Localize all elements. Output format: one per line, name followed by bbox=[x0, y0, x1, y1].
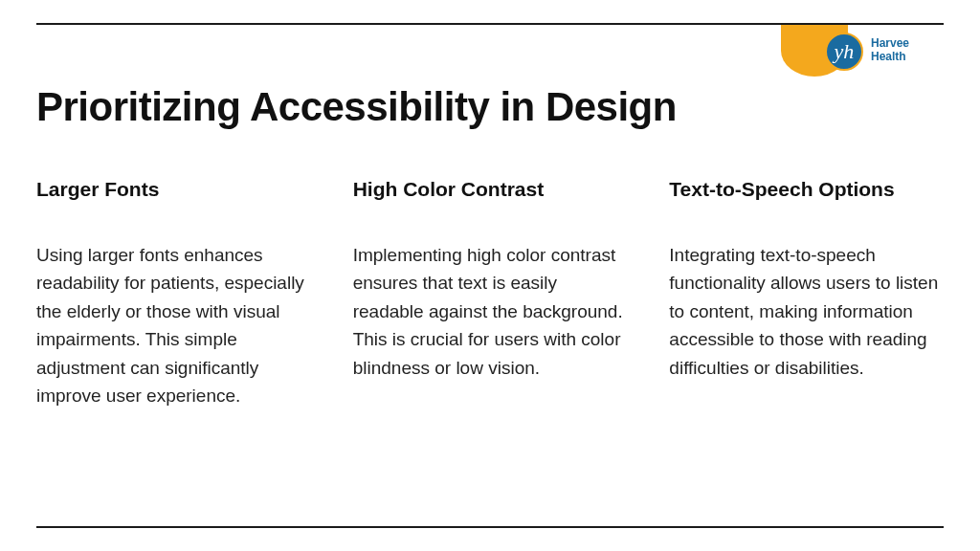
page-title: Prioritizing Accessibility in Design bbox=[36, 84, 677, 130]
column-text-to-speech: Text-to-Speech Options Integrating text-… bbox=[669, 178, 959, 410]
column-high-contrast: High Color Contrast Implementing high co… bbox=[353, 178, 643, 410]
column-larger-fonts: Larger Fonts Using larger fonts enhances… bbox=[36, 178, 326, 410]
column-body: Implementing high color contrast ensures… bbox=[353, 241, 631, 382]
logo-text: Harvee Health bbox=[871, 37, 909, 64]
columns-container: Larger Fonts Using larger fonts enhances… bbox=[36, 178, 959, 410]
column-heading: High Color Contrast bbox=[353, 178, 643, 201]
column-body: Using larger fonts enhances readability … bbox=[36, 241, 314, 410]
logo-line2: Health bbox=[871, 51, 909, 64]
logo-line1: Harvee bbox=[871, 37, 909, 51]
column-heading: Text-to-Speech Options bbox=[669, 178, 959, 201]
logo-sun-shape: yh bbox=[781, 25, 848, 77]
column-heading: Larger Fonts bbox=[36, 178, 326, 201]
logo-glyph: yh bbox=[835, 41, 855, 62]
column-body: Integrating text-to-speech functionality… bbox=[669, 241, 947, 382]
logo-circle-icon: yh bbox=[825, 33, 863, 71]
brand-logo: yh Harvee Health bbox=[781, 25, 946, 77]
bottom-divider bbox=[36, 526, 944, 528]
